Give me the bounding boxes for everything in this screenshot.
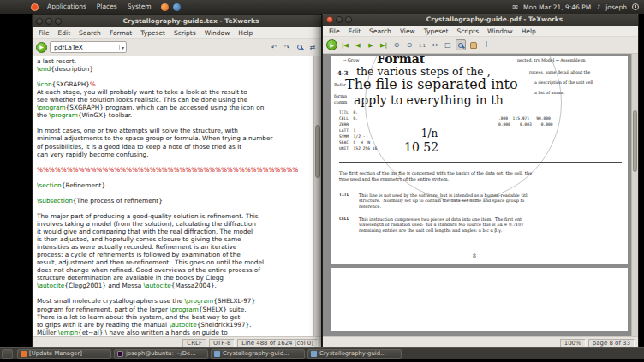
pdf-term-label: CELL	[339, 217, 349, 221]
source-line: does not change when refined. Good overv…	[37, 266, 313, 274]
zoom-out-icon[interactable]: ⊖	[404, 39, 414, 50]
menu-item[interactable]: Window	[483, 26, 517, 37]
username[interactable]: joseph	[605, 3, 627, 11]
source-line: \icon{SXGRAPH}%	[37, 80, 313, 88]
taskbar-button-terminal[interactable]: joseph@ubuntu: ~/De...	[114, 349, 208, 359]
fit-window-icon[interactable]: □	[443, 39, 453, 50]
taskbar-button-texworks-tex[interactable]: Crystallography-guid...	[211, 349, 305, 359]
firefox-icon[interactable]	[161, 3, 169, 11]
source-line: At each stage, you will probably want to…	[37, 88, 313, 96]
panel-menu[interactable]: Applications	[42, 0, 92, 14]
code-line: 0.000 0.003 0.000	[498, 122, 553, 128]
panel-menu[interactable]: Places	[92, 0, 122, 14]
cursor-position: Line 488 of 1624 (col 0)	[237, 339, 318, 347]
source-line	[37, 189, 313, 197]
panel-menu[interactable]: System	[122, 0, 157, 14]
magnifier-tool-icon[interactable]	[456, 39, 466, 50]
menu-item[interactable]: Help	[517, 26, 540, 37]
power-session-icon[interactable]	[632, 3, 639, 10]
source-line: \section{Refinement}	[37, 181, 313, 189]
first-page-icon[interactable]: |◀	[340, 39, 350, 50]
show-desktop-button[interactable]	[2, 349, 13, 359]
taskbar-button-texworks-pdf[interactable]: Crystallography-guid...	[307, 349, 402, 359]
previous-page-icon[interactable]: ◀	[353, 39, 363, 50]
source-line	[37, 73, 313, 80]
redo-icon[interactable]: ↷	[282, 42, 292, 53]
maximize-button[interactable]	[55, 18, 62, 25]
source-line: Most small molecule crystallographers us…	[37, 297, 313, 305]
hand-glyph	[470, 42, 477, 49]
menu-item[interactable]: File	[325, 26, 344, 37]
menu-item[interactable]: Typeset	[420, 26, 453, 37]
actual-size-icon[interactable]: 1:1	[417, 39, 427, 50]
fit-width-icon[interactable]: ↔	[430, 39, 440, 50]
source-line: There is a lot to learn about this syste…	[37, 313, 313, 321]
replace-icon[interactable]: ⇄	[307, 42, 318, 53]
menu-item[interactable]: Search	[365, 26, 396, 37]
pdf-text: Befor	[334, 82, 346, 87]
undo-icon[interactable]: ↶	[269, 42, 279, 53]
pdf-view[interactable]: → Grow Format nected, try Model → Assemb…	[323, 54, 638, 336]
pdf-page[interactable]: → Grow Format nected, try Model → Assemb…	[331, 56, 628, 331]
pdf-scrollbar[interactable]	[631, 54, 638, 336]
menu-item[interactable]: Scripts	[452, 26, 483, 37]
pdf-scrollbar-thumb[interactable]	[633, 110, 637, 172]
next-page-icon[interactable]: ▶	[366, 39, 376, 50]
zoom-in-icon[interactable]: ⊕	[391, 39, 402, 50]
source-line: intensities as were actually recorded. R…	[37, 243, 313, 251]
editor-scrollbar-thumb[interactable]	[315, 125, 320, 178]
pdf-text-magnified: apply to everything in th	[354, 93, 504, 107]
source-line: is then adjusted, and hopefully comes cl…	[37, 235, 313, 243]
eol-indicator: CRLF	[182, 339, 206, 347]
pdf-text-line: remaining entries are the unit cell leng…	[359, 228, 524, 233]
source-line: involves taking a model (from the soluti…	[37, 220, 313, 228]
menu-item[interactable]: View	[396, 26, 420, 37]
mail-indicator-icon[interactable]: ✉	[512, 3, 518, 11]
menu-item[interactable]: Typeset	[136, 27, 170, 39]
search-icon[interactable]	[295, 42, 305, 53]
menu-item[interactable]: Help	[234, 27, 257, 39]
menu-item[interactable]: Format	[105, 27, 136, 39]
texworks-icon	[311, 351, 317, 357]
typeset-format-dropdown[interactable]: pdfLaTeX ▾	[50, 41, 127, 53]
source-line	[37, 158, 313, 166]
select-text-icon[interactable]: I	[481, 39, 492, 50]
pdf-text-magnified: The file is separated into	[345, 76, 518, 92]
menu-item[interactable]: Edit	[54, 27, 75, 39]
hand-tool-icon[interactable]	[468, 39, 479, 50]
menu-item[interactable]: Window	[200, 27, 235, 39]
clock[interactable]: Mon Mar 21, 9:46 PM	[523, 3, 591, 11]
source-editor[interactable]: a last resort.\end{description} \icon{SX…	[33, 56, 321, 336]
pdf-titlebar[interactable]: Crystallography-guide.pdf - TeXworks	[323, 13, 638, 26]
pdf-text: → Grow	[343, 57, 359, 62]
typeset-button[interactable]: ▶	[326, 39, 337, 50]
pdf-text-magnified: - 1/n	[414, 128, 438, 139]
taskbar-button-update-manager[interactable]: [Update Manager]	[17, 349, 111, 359]
ubuntu-logo-icon[interactable]	[31, 3, 39, 11]
editor-titlebar[interactable]: Crystallography-guide.tex - TeXworks	[33, 15, 321, 27]
pdf-page-break	[331, 264, 628, 268]
terminal-icon	[117, 351, 123, 357]
minimize-button[interactable]	[336, 16, 343, 23]
minimize-button[interactable]	[45, 18, 52, 25]
source-line: result, adjustment and then re-refinemen…	[37, 258, 313, 266]
close-button[interactable]	[326, 16, 333, 23]
source-line: the \program{WinGX} toolbar.	[37, 111, 313, 119]
last-page-icon[interactable]: ▶|	[379, 39, 389, 50]
volume-icon[interactable]: ♪	[596, 3, 600, 11]
help-icon[interactable]	[173, 3, 181, 11]
taskbar: [Update Manager] joseph@ubuntu: ~/De... …	[0, 347, 644, 359]
maximize-button[interactable]	[345, 16, 352, 23]
menu-item[interactable]: Scripts	[170, 27, 200, 39]
editor-statusbar: CRLF UTF-8 Line 488 of 1624 (col 0)	[33, 336, 321, 348]
source-line: structure determination are available in…	[37, 274, 313, 282]
menu-item[interactable]: Edit	[344, 26, 366, 37]
editor-scrollbar[interactable]	[313, 56, 321, 336]
panel-indicators: ✉ Mon Mar 21, 9:46 PM ♪ joseph	[512, 3, 644, 11]
menu-item[interactable]: Search	[75, 27, 105, 39]
typeset-button[interactable]: ▶	[36, 42, 47, 53]
close-button[interactable]	[36, 18, 43, 25]
zoom-level: 100%	[560, 339, 586, 347]
chevron-down-icon: ▾	[119, 45, 126, 50]
menu-item[interactable]: File	[34, 27, 54, 39]
